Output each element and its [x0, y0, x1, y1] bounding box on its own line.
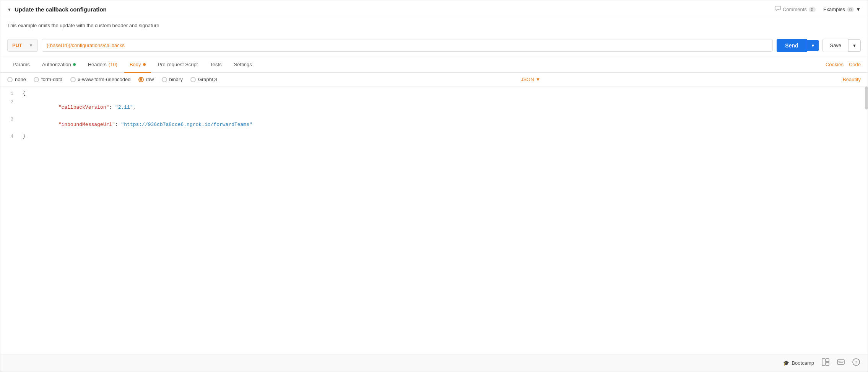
body-dot [143, 63, 146, 66]
body-tab-label: Body [130, 62, 141, 67]
request-title: Update the callback configuration [15, 6, 107, 13]
cookies-link[interactable]: Cookies [826, 62, 844, 67]
line-number-3: 3 [0, 116, 20, 122]
svg-rect-1 [822, 359, 825, 365]
save-dropdown-button[interactable]: ▼ [848, 39, 861, 52]
header-right: Comments 0 Examples 0 ▼ [775, 6, 861, 13]
radio-graphql-circle [190, 77, 196, 82]
save-btn-group: Save ▼ [822, 39, 861, 52]
radio-none-label: none [15, 77, 26, 82]
body-subtabs-row: none form-data x-www-form-urlencoded raw… [0, 73, 868, 86]
radio-graphql[interactable]: GraphQL [190, 77, 218, 82]
headers-tab-label: Headers [88, 62, 107, 67]
radio-none-circle [7, 77, 13, 82]
radio-raw[interactable]: raw [138, 77, 154, 82]
comments-count: 0 [809, 7, 816, 12]
tab-params[interactable]: Params [7, 57, 35, 72]
bootcamp-link[interactable]: 🎓 Bootcamp [783, 360, 814, 366]
tests-tab-label: Tests [210, 62, 221, 67]
comments-label: Comments [783, 7, 807, 12]
radio-binary-label: binary [169, 77, 183, 82]
scroll-indicator [865, 86, 868, 109]
json-label: JSON [521, 77, 534, 82]
method-selector[interactable]: PUT ▼ [7, 39, 38, 52]
tab-tests[interactable]: Tests [205, 57, 227, 72]
tab-prerequest[interactable]: Pre-request Script [153, 57, 203, 72]
radio-urlencoded[interactable]: x-www-form-urlencoded [70, 77, 131, 82]
svg-text:?: ? [855, 359, 857, 365]
footer: 🎓 Bootcamp ? [0, 354, 868, 372]
layout-icon[interactable] [822, 358, 829, 368]
send-btn-group: Send ▼ [777, 39, 819, 52]
line-number-2: 2 [0, 99, 20, 105]
radio-none[interactable]: none [7, 77, 26, 82]
svg-rect-2 [826, 359, 829, 362]
send-button[interactable]: Send [777, 39, 806, 52]
examples-button[interactable]: Examples 0 ▼ [823, 7, 861, 12]
method-chevron-icon: ▼ [29, 43, 33, 47]
header-left: ▼ Update the callback configuration [7, 6, 107, 13]
authorization-dot [73, 63, 76, 66]
tabs-right: Cookies Code [826, 62, 861, 67]
method-label: PUT [12, 42, 22, 48]
subtitle-row: This example omits the update with the c… [0, 17, 868, 34]
radio-graphql-label: GraphQL [198, 77, 218, 82]
json-selector[interactable]: JSON ▼ [521, 77, 541, 82]
main-container: ▼ Update the callback configuration Comm… [0, 0, 868, 372]
tab-settings[interactable]: Settings [229, 57, 257, 72]
send-dropdown-button[interactable]: ▼ [807, 40, 819, 51]
comments-icon [775, 6, 781, 13]
settings-tab-label: Settings [234, 62, 252, 67]
radio-urlencoded-label: x-www-form-urlencoded [78, 77, 131, 82]
radio-binary-circle [162, 77, 167, 82]
code-link[interactable]: Code [849, 62, 861, 67]
radio-urlencoded-circle [70, 77, 76, 82]
code-line-1: 1 { [0, 90, 868, 99]
examples-count: 0 [847, 7, 854, 12]
collapse-icon[interactable]: ▼ [7, 7, 11, 12]
radio-formdata-label: form-data [41, 77, 63, 82]
radio-formdata-circle [34, 77, 39, 82]
url-row: PUT ▼ Send ▼ Save ▼ [0, 34, 868, 57]
tab-body[interactable]: Body [124, 57, 151, 73]
line-content-2: "callbackVersion": "2.11", [20, 99, 868, 116]
line-content-3: "inboundMessageUrl": "https://936cb7a8cc… [20, 116, 868, 133]
prerequest-tab-label: Pre-request Script [158, 62, 198, 67]
code-line-4: 4 } [0, 133, 868, 142]
headers-count: (10) [109, 62, 117, 67]
radio-formdata[interactable]: form-data [34, 77, 63, 82]
authorization-tab-label: Authorization [42, 62, 71, 67]
comments-button[interactable]: Comments 0 [775, 6, 816, 13]
header-row: ▼ Update the callback configuration Comm… [0, 0, 868, 17]
examples-chevron-icon: ▼ [856, 7, 861, 12]
tab-authorization[interactable]: Authorization [37, 57, 81, 72]
keyboard-icon[interactable] [837, 358, 845, 368]
code-editor: 1 { 2 "callbackVersion": "2.11", 3 "inbo… [0, 86, 868, 354]
params-tab-label: Params [13, 62, 30, 67]
radio-binary[interactable]: binary [162, 77, 183, 82]
bootcamp-label: Bootcamp [792, 360, 814, 366]
code-line-2: 2 "callbackVersion": "2.11", [0, 99, 868, 116]
svg-rect-3 [826, 362, 829, 365]
tabs-row: Params Authorization Headers (10) Body P… [0, 57, 868, 73]
line-number-1: 1 [0, 90, 20, 96]
radio-raw-label: raw [146, 77, 154, 82]
beautify-button[interactable]: Beautify [843, 77, 861, 82]
svg-rect-4 [837, 360, 844, 364]
radio-raw-inner [140, 78, 142, 81]
bootcamp-icon: 🎓 [783, 360, 789, 366]
line-number-4: 4 [0, 133, 20, 139]
url-input[interactable] [42, 39, 773, 52]
line-content-1: { [20, 90, 868, 96]
help-icon[interactable]: ? [852, 358, 860, 368]
radio-raw-circle [138, 77, 144, 82]
subtitle-text: This example omits the update with the c… [7, 23, 159, 28]
json-chevron-icon: ▼ [536, 77, 541, 82]
examples-label: Examples [823, 7, 845, 12]
save-button[interactable]: Save [822, 39, 848, 52]
line-content-4: } [20, 133, 868, 139]
tab-headers[interactable]: Headers (10) [83, 57, 123, 72]
code-line-3: 3 "inboundMessageUrl": "https://936cb7a8… [0, 116, 868, 133]
